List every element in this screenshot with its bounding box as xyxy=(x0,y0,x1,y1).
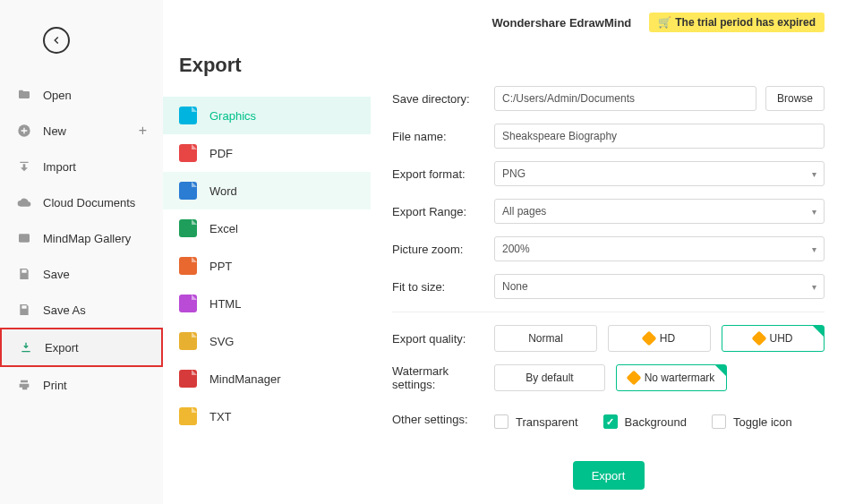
other-label: Other settings: xyxy=(392,413,494,426)
nav-cloud-label: Cloud Documents xyxy=(43,196,135,209)
quality-label: Export quality: xyxy=(392,332,494,346)
mindmanager-icon xyxy=(179,370,197,388)
nav-cloud[interactable]: Cloud Documents xyxy=(0,184,163,220)
txt-icon xyxy=(179,407,197,425)
nav-new-label: New xyxy=(43,124,66,138)
filename-label: File name: xyxy=(392,130,494,143)
format-select[interactable]: PNG xyxy=(494,161,825,186)
trial-badge[interactable]: 🛒 The trial period has expired xyxy=(649,13,825,32)
fit-select[interactable]: None xyxy=(494,274,825,299)
export-icon xyxy=(18,339,34,355)
html-icon xyxy=(179,295,197,312)
export-title: Export xyxy=(163,54,371,77)
import-icon xyxy=(16,158,32,175)
toggle-icon-checkbox[interactable]: Toggle icon xyxy=(712,414,792,429)
format-txt[interactable]: TXT xyxy=(163,397,371,435)
app-name: Wondershare EdrawMind xyxy=(491,16,631,30)
format-html[interactable]: HTML xyxy=(163,285,371,322)
format-txt-label: TXT xyxy=(209,410,232,423)
ppt-icon xyxy=(179,257,197,275)
checkbox-icon xyxy=(494,414,508,429)
back-button[interactable] xyxy=(43,27,70,54)
nav-export[interactable]: Export xyxy=(0,328,163,367)
quality-hd-button[interactable]: HD xyxy=(608,325,711,352)
file-menu-sidebar: Open New + Import Cloud Documents MindMa… xyxy=(0,0,163,504)
quality-uhd-button[interactable]: UHD xyxy=(722,325,825,352)
format-excel[interactable]: Excel xyxy=(163,209,371,247)
nav-import-label: Import xyxy=(43,160,76,174)
word-icon xyxy=(179,182,197,200)
diamond-icon xyxy=(751,331,766,346)
nav-export-label: Export xyxy=(45,341,79,355)
format-mindmanager[interactable]: MindManager xyxy=(163,360,371,397)
save-icon xyxy=(16,266,32,282)
browse-button[interactable]: Browse xyxy=(765,86,825,111)
format-word[interactable]: Word xyxy=(163,172,371,209)
nav-saveas-label: Save As xyxy=(43,303,86,317)
arrow-left-icon xyxy=(50,34,63,47)
saveas-icon xyxy=(16,302,32,318)
nav-print[interactable]: Print xyxy=(0,367,163,403)
app-header: Wondershare EdrawMind 🛒 The trial period… xyxy=(392,13,825,32)
save-dir-input[interactable] xyxy=(494,86,756,111)
format-pdf[interactable]: PDF xyxy=(163,134,371,172)
zoom-select[interactable]: 200% xyxy=(494,236,825,261)
watermark-none-button[interactable]: No wartermark xyxy=(616,364,727,391)
plus-icon: + xyxy=(139,123,147,139)
nav-gallery-label: MindMap Gallery xyxy=(43,232,131,245)
nav-open[interactable]: Open xyxy=(0,77,163,113)
format-graphics-label: Graphics xyxy=(209,109,256,123)
pdf-icon xyxy=(179,144,197,162)
transparent-checkbox[interactable]: Transparent xyxy=(494,414,578,429)
nav-saveas[interactable]: Save As xyxy=(0,292,163,328)
checkbox-checked-icon xyxy=(603,414,618,429)
format-pdf-label: PDF xyxy=(209,147,233,160)
export-settings-panel: Wondershare EdrawMind 🛒 The trial period… xyxy=(371,0,846,504)
format-word-label: Word xyxy=(209,184,237,198)
diamond-icon xyxy=(641,331,656,346)
save-dir-label: Save directory: xyxy=(392,92,494,106)
print-icon xyxy=(16,377,32,393)
filename-input[interactable] xyxy=(494,124,825,149)
graphics-icon xyxy=(179,107,197,124)
nav-import[interactable]: Import xyxy=(0,149,163,184)
format-ppt-label: PPT xyxy=(209,260,232,273)
format-excel-label: Excel xyxy=(209,222,238,235)
export-format-panel: Export Graphics PDF Word Excel PPT HTML … xyxy=(163,0,371,504)
cloud-icon xyxy=(16,194,32,210)
diamond-icon xyxy=(626,371,641,386)
divider xyxy=(392,312,825,312)
format-svg-label: SVG xyxy=(209,335,234,348)
nav-save[interactable]: Save xyxy=(0,256,163,292)
excel-icon xyxy=(179,219,197,237)
nav-open-label: Open xyxy=(43,89,72,102)
watermark-default-button[interactable]: By default xyxy=(494,364,605,391)
cart-icon: 🛒 xyxy=(658,16,671,29)
quality-normal-button[interactable]: Normal xyxy=(494,325,597,352)
gallery-icon xyxy=(16,230,32,246)
checkbox-icon xyxy=(712,414,726,429)
trial-text: The trial period has expired xyxy=(675,16,816,29)
format-graphics[interactable]: Graphics xyxy=(163,97,371,134)
format-html-label: HTML xyxy=(209,297,241,311)
export-button[interactable]: Export xyxy=(573,461,645,490)
nav-new[interactable]: New + xyxy=(0,113,163,149)
fit-label: Fit to size: xyxy=(392,280,494,294)
range-label: Export Range: xyxy=(392,205,494,218)
format-label: Export format: xyxy=(392,167,494,181)
svg-icon xyxy=(179,332,197,350)
format-mindmanager-label: MindManager xyxy=(209,372,281,386)
zoom-label: Picture zoom: xyxy=(392,243,494,256)
watermark-label: Watermark settings: xyxy=(392,364,494,391)
format-ppt[interactable]: PPT xyxy=(163,247,371,285)
nav-save-label: Save xyxy=(43,268,70,281)
svg-rect-1 xyxy=(19,234,30,242)
plus-circle-icon xyxy=(16,123,32,139)
nav-print-label: Print xyxy=(43,379,67,392)
range-select[interactable]: All pages xyxy=(494,199,825,224)
background-checkbox[interactable]: Background xyxy=(603,414,687,429)
folder-icon xyxy=(16,87,32,103)
format-svg[interactable]: SVG xyxy=(163,322,371,360)
nav-gallery[interactable]: MindMap Gallery xyxy=(0,220,163,256)
